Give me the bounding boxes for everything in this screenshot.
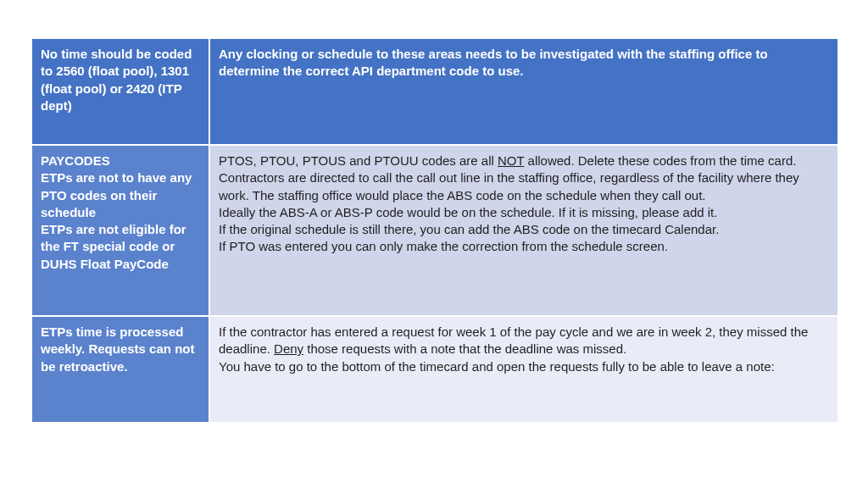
row1-right-cell: Any clocking or schedule to these areas … xyxy=(209,38,838,145)
row2-right-line2: Contractors are directed to call the cal… xyxy=(219,169,829,204)
row1-left-cell: No time should be coded to 2560 (float p… xyxy=(31,38,209,145)
row1-right-text: Any clocking or schedule to these areas … xyxy=(219,46,829,80)
row2-right-line5: If PTO was entered you can only make the… xyxy=(219,238,829,255)
row2-right-line3: Ideally the ABS-A or ABS-P code would be… xyxy=(219,204,829,221)
row2-left-line3: ETPs are not eligible for the FT special… xyxy=(41,221,200,273)
table-row: PAYCODES ETPs are not to have any PTO co… xyxy=(31,145,838,316)
table-row: ETPs time is processed weekly. Requests … xyxy=(31,316,838,423)
row3-right-line1-underline: Deny xyxy=(274,341,303,356)
row2-right-line1-underline: NOT xyxy=(498,153,524,168)
row3-left-text: ETPs time is processed weekly. Requests … xyxy=(41,324,200,415)
row2-left-line2: ETPs are not to have any PTO codes on th… xyxy=(41,169,200,221)
row2-right-line1-pre: PTOS, PTOU, PTOUS and PTOUU codes are al… xyxy=(219,153,498,168)
row2-right-line1-post: allowed. Delete these codes from the tim… xyxy=(524,153,796,168)
row2-left-line1: PAYCODES xyxy=(41,152,200,169)
policy-table: No time should be coded to 2560 (float p… xyxy=(31,37,839,424)
table-row: No time should be coded to 2560 (float p… xyxy=(31,38,838,145)
row2-right-line4: If the original schedule is still there,… xyxy=(219,221,829,238)
row1-left-text: No time should be coded to 2560 (float p… xyxy=(41,46,200,137)
row2-right-cell: PTOS, PTOU, PTOUS and PTOUU codes are al… xyxy=(209,145,838,316)
row3-right-line1-post: those requests with a note that the dead… xyxy=(303,341,626,356)
row3-right-line2: You have to go to the bottom of the time… xyxy=(219,358,829,375)
row3-right-line1: If the contractor has entered a request … xyxy=(219,324,829,358)
row2-left-cell: PAYCODES ETPs are not to have any PTO co… xyxy=(31,145,209,316)
row3-right-cell: If the contractor has entered a request … xyxy=(209,316,838,423)
row3-left-cell: ETPs time is processed weekly. Requests … xyxy=(31,316,209,423)
document-page: No time should be coded to 2560 (float p… xyxy=(0,0,868,454)
row2-right-line1: PTOS, PTOU, PTOUS and PTOUU codes are al… xyxy=(219,152,829,169)
row2-left-text: PAYCODES ETPs are not to have any PTO co… xyxy=(41,152,200,308)
